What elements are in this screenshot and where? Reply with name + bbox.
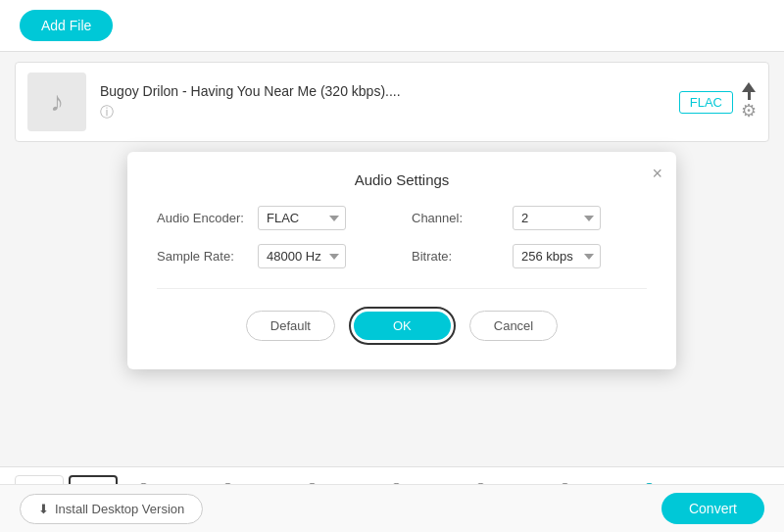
top-bar: Add File — [0, 0, 784, 52]
default-button[interactable]: Default — [246, 311, 335, 341]
file-thumbnail: ♪ — [27, 73, 86, 131]
info-icon[interactable]: ⓘ — [100, 104, 114, 120]
footer-bar: ⬇ Install Desktop Version Convert — [0, 484, 784, 532]
audio-encoder-select[interactable]: FLAC MP3 AAC — [258, 206, 346, 230]
ok-btn-wrapper: OK — [349, 307, 456, 345]
cancel-button[interactable]: Cancel — [469, 311, 558, 341]
gear-button[interactable]: ⚙ — [741, 100, 757, 121]
arrow-stem — [748, 92, 751, 100]
audio-settings-dialog: × Audio Settings Audio Encoder: FLAC MP3… — [127, 152, 676, 369]
bitrate-row: Bitrate: 256 kbps 320 kbps 128 kbps — [412, 244, 647, 268]
divider — [157, 288, 647, 289]
dialog-close-button[interactable]: × — [652, 164, 662, 184]
sample-rate-row: Sample Rate: 48000 Hz 44100 Hz 22050 Hz — [157, 244, 392, 268]
dialog-title: Audio Settings — [157, 171, 647, 188]
bottom-section: MP3 AAC AC3 WMA WAV AIFF FLAC MKA M4A M4… — [0, 466, 784, 532]
gear-area: ⚙ — [741, 82, 757, 121]
file-row: ♪ Bugoy Drilon - Having You Near Me (320… — [15, 62, 769, 142]
bitrate-label: Bitrate: — [412, 249, 505, 264]
channel-select[interactable]: 2 1 — [513, 206, 601, 230]
file-name: Bugoy Drilon - Having You Near Me (320 k… — [100, 83, 679, 99]
ok-button[interactable]: OK — [354, 312, 451, 340]
file-actions: FLAC ⚙ — [679, 82, 757, 121]
download-icon: ⬇ — [38, 502, 49, 516]
file-info: Bugoy Drilon - Having You Near Me (320 k… — [100, 83, 679, 121]
channel-label: Channel: — [412, 211, 505, 225]
arrow-up-icon — [742, 82, 756, 92]
format-badge-button[interactable]: FLAC — [679, 91, 733, 114]
dialog-buttons: Default OK Cancel — [157, 307, 647, 345]
convert-button[interactable]: Convert — [662, 493, 764, 524]
sample-rate-select[interactable]: 48000 Hz 44100 Hz 22050 Hz — [258, 244, 346, 268]
bitrate-select[interactable]: 256 kbps 320 kbps 128 kbps — [513, 244, 601, 268]
channel-row: Channel: 2 1 — [412, 206, 647, 230]
add-file-button[interactable]: Add File — [20, 10, 113, 41]
sample-rate-label: Sample Rate: — [157, 249, 250, 264]
install-label: Install Desktop Version — [55, 502, 184, 516]
audio-encoder-row: Audio Encoder: FLAC MP3 AAC — [157, 206, 392, 230]
music-icon: ♪ — [50, 86, 64, 118]
audio-encoder-label: Audio Encoder: — [157, 211, 250, 225]
settings-grid: Audio Encoder: FLAC MP3 AAC Channel: 2 1… — [157, 206, 647, 268]
install-desktop-button[interactable]: ⬇ Install Desktop Version — [20, 494, 203, 524]
